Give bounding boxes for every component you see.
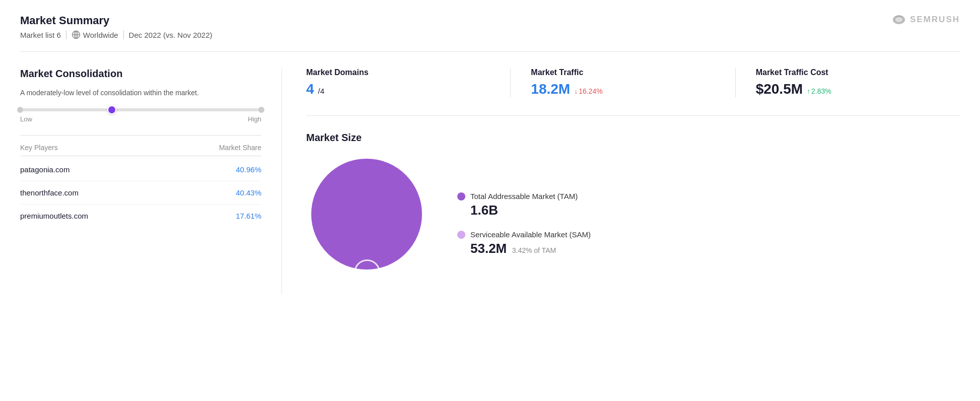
- key-players-row: premiumoutlets.com 17.61%: [20, 205, 261, 227]
- bubble-small: [354, 259, 380, 286]
- metric-traffic-label: Market Traffic: [531, 68, 715, 77]
- legend-sam-value-row: 53.2M 3.42% of TAM: [457, 241, 591, 256]
- market-legend: Total Addressable Market (TAM) 1.6B Serv…: [457, 192, 591, 256]
- traffic-change-arrow: ↓: [574, 87, 578, 95]
- slider-label-low: Low: [20, 115, 32, 123]
- metric-cost-change: ↑ 2.83%: [807, 87, 831, 95]
- key-players-row: patagonia.com 40.96%: [20, 158, 261, 181]
- globe-icon: [72, 30, 81, 39]
- traffic-change-pct: 16.24%: [579, 87, 602, 95]
- page-wrapper: Market Summary Market list 6 Worldwide D…: [0, 0, 980, 315]
- legend-sam-value: 53.2M: [470, 241, 507, 256]
- legend-tam-dot: [457, 192, 465, 201]
- slider-label-high: High: [248, 115, 261, 123]
- legend-sam-dot: [457, 231, 465, 239]
- cost-change-pct: 2.83%: [811, 87, 831, 95]
- main-layout: Market Consolidation A moderately-low le…: [20, 68, 960, 295]
- metric-domains-label: Market Domains: [306, 68, 490, 77]
- market-size-content: Total Addressable Market (TAM) 1.6B Serv…: [306, 154, 960, 295]
- metric-cost-label: Market Traffic Cost: [756, 68, 940, 77]
- market-size-section: Market Size Total Addressable Market: [306, 132, 960, 295]
- bubble-large: [311, 159, 422, 270]
- legend-tam-value: 1.6B: [470, 203, 591, 218]
- metric-domains: Market Domains 4 /4: [306, 68, 511, 97]
- key-players-divider: [20, 135, 261, 136]
- player-share-2: 40.43%: [236, 188, 261, 197]
- slider-thumb: [107, 105, 116, 114]
- meta-divider: [66, 30, 66, 39]
- market-size-title: Market Size: [306, 132, 960, 144]
- worldwide-label: Worldwide: [83, 31, 118, 39]
- header-divider: [20, 51, 960, 52]
- key-players-table-header: Key Players Market Share: [20, 144, 261, 156]
- consolidation-slider[interactable]: [20, 108, 261, 111]
- semrush-logo: SEMRUSH: [892, 14, 960, 25]
- header-meta: Market list 6 Worldwide Dec 2022 (vs. No…: [20, 30, 213, 39]
- slider-track: [20, 108, 261, 111]
- legend-sam: Serviceable Available Market (SAM) 53.2M…: [457, 230, 591, 256]
- bubble-chart: [306, 154, 427, 295]
- metrics-divider: [306, 115, 960, 116]
- slider-dot-left: [17, 107, 23, 113]
- legend-sam-label-row: Serviceable Available Market (SAM): [457, 230, 591, 239]
- cost-change-arrow: ↑: [807, 87, 810, 95]
- legend-tam-label-row: Total Addressable Market (TAM): [457, 192, 591, 201]
- metric-domains-sub: /4: [318, 87, 325, 95]
- metric-traffic: Market Traffic 18.2M ↓ 16.24%: [531, 68, 735, 97]
- metric-domains-main: 4: [306, 81, 314, 97]
- svg-point-5: [895, 17, 902, 22]
- right-panel: Market Domains 4 /4 Market Traffic 18.2M…: [282, 68, 960, 295]
- metric-cost-main: $20.5M: [756, 81, 803, 97]
- market-list-label: Market list 6: [20, 31, 61, 39]
- legend-tam: Total Addressable Market (TAM) 1.6B: [457, 192, 591, 218]
- metric-cost-value: $20.5M ↑ 2.83%: [756, 81, 940, 97]
- metric-traffic-value: 18.2M ↓ 16.24%: [531, 81, 715, 97]
- semrush-text: SEMRUSH: [910, 15, 960, 25]
- date-range: Dec 2022 (vs. Nov 2022): [129, 31, 213, 39]
- player-name-2: thenorthface.com: [20, 188, 79, 197]
- worldwide-container: Worldwide: [72, 30, 118, 39]
- player-name-1: patagonia.com: [20, 165, 69, 174]
- metrics-row: Market Domains 4 /4 Market Traffic 18.2M…: [306, 68, 960, 97]
- metric-traffic-change: ↓ 16.24%: [574, 87, 602, 95]
- player-name-3: premiumoutlets.com: [20, 212, 88, 220]
- header-left: Market Summary Market list 6 Worldwide D…: [20, 14, 213, 39]
- header: Market Summary Market list 6 Worldwide D…: [20, 14, 960, 39]
- col-players-label: Key Players: [20, 144, 58, 152]
- market-size-title-row: Market Size: [306, 132, 960, 144]
- col-share-label: Market Share: [219, 144, 261, 152]
- slider-labels: Low High: [20, 115, 261, 123]
- player-share-3: 17.61%: [236, 212, 261, 220]
- metric-domains-value: 4 /4: [306, 81, 490, 97]
- metric-traffic-main: 18.2M: [531, 81, 570, 97]
- consolidation-title: Market Consolidation: [20, 68, 261, 80]
- legend-sam-label: Serviceable Available Market (SAM): [470, 230, 591, 239]
- semrush-logo-icon: [892, 14, 906, 25]
- meta-divider-2: [123, 30, 124, 39]
- legend-tam-label: Total Addressable Market (TAM): [470, 192, 578, 201]
- consolidation-description: A moderately-low level of consolidation …: [20, 88, 261, 98]
- legend-sam-sub: 3.42% of TAM: [512, 246, 556, 254]
- key-players-row: thenorthface.com 40.43%: [20, 181, 261, 205]
- left-panel: Market Consolidation A moderately-low le…: [20, 68, 282, 295]
- slider-dot-right: [258, 107, 264, 113]
- player-share-1: 40.96%: [236, 165, 261, 174]
- page-title: Market Summary: [20, 14, 213, 27]
- metric-traffic-cost: Market Traffic Cost $20.5M ↑ 2.83%: [756, 68, 960, 97]
